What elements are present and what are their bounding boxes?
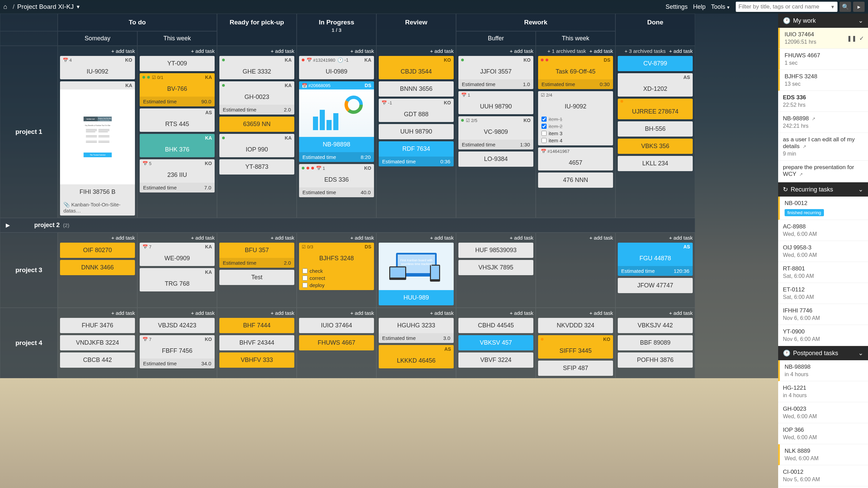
chevron-down-icon[interactable]: ⌄ [858, 186, 863, 193]
add-task[interactable]: + add task [589, 235, 613, 241]
card[interactable]: LKLL 234 [618, 156, 693, 171]
card[interactable]: BBF 89089 [618, 335, 693, 350]
add-task[interactable]: + add task [350, 48, 374, 54]
panel-item[interactable]: HG-1221in 4 hours [778, 381, 868, 402]
checklist-item[interactable] [541, 124, 547, 129]
card[interactable]: ☑ 0/1KABV-766Estimated time90.0 [140, 73, 215, 106]
card[interactable]: UUH 98790 [379, 124, 454, 139]
card[interactable]: ☑ 2/5KOVC-9809Estimated time1:30 [458, 116, 533, 149]
card[interactable]: KOCBJD 3544 [379, 56, 454, 79]
card[interactable]: 📅 1UUH 98790 [458, 91, 533, 114]
panel-item[interactable]: OIJ 9958-3Wed, 6:00 AM [778, 241, 868, 262]
card[interactable]: LO-9384 [458, 151, 533, 167]
card[interactable]: DNNK 3466 [60, 260, 135, 275]
card[interactable]: 📅 #13241980🕐 -1KAUI-0989 [299, 56, 374, 79]
card[interactable]: CBHD 44545 [458, 318, 533, 333]
add-task[interactable]: + add task [271, 310, 294, 316]
add-task[interactable]: + add task [350, 310, 374, 316]
card[interactable]: DSTask 69-Off-45Estimated time0:30 [538, 56, 613, 89]
add-task[interactable]: + add task [430, 48, 454, 54]
card[interactable]: KABHK 376 [140, 134, 215, 157]
card[interactable]: JFOW 47747 [618, 278, 693, 293]
card[interactable]: ☑ 2/4IU-9092item 1item 2item 3item 4 [538, 91, 613, 145]
card[interactable]: HUF 98539093 [458, 243, 533, 258]
card[interactable]: SFIP 487 [538, 361, 613, 376]
card[interactable]: VNDJKFB 3224 [60, 335, 135, 350]
panel-item[interactable]: BJHFS 324813 sec [778, 70, 868, 91]
panel-item[interactable]: IFHHI 7746Nov 6, 6:00 AM [778, 304, 868, 325]
checklist-item[interactable] [541, 138, 547, 143]
card[interactable]: 📅 7KOFBFF 7456Estimated time34.0 [140, 335, 215, 368]
add-task[interactable]: + add task [191, 310, 215, 316]
checklist-item[interactable] [541, 131, 547, 136]
add-task[interactable]: + add task [510, 235, 533, 241]
card[interactable]: KAkanban toolKanban Tool On-SiteSecurity… [60, 81, 135, 216]
archived-link[interactable]: + 3 archived tasks [625, 48, 666, 54]
card[interactable]: YT-009 [140, 56, 215, 71]
card[interactable]: ASFGU 44878Estimated time120:36 [618, 243, 693, 276]
card[interactable]: ☑ 0/3DSBJHFS 3248checkcorrectdeploy [299, 243, 374, 290]
card[interactable]: KOSIFFF 3445 [538, 335, 613, 359]
tools-link[interactable]: Tools▼ [711, 3, 730, 11]
panel-item[interactable]: FHUWS 46671 sec [778, 49, 868, 70]
card[interactable]: ASRTS 445 [140, 108, 215, 132]
card[interactable]: RDF 7634Estimated time0:36 [379, 141, 454, 166]
add-task[interactable]: + add task [669, 310, 693, 316]
card[interactable]: BNNN 3656 [379, 81, 454, 97]
card[interactable]: 63659 NN [219, 117, 294, 132]
card[interactable]: FHUF 3476 [60, 318, 135, 333]
card[interactable]: HGUHG 3233Estimated time3.0 [379, 318, 454, 343]
card[interactable]: 📅 7KAWE-0909 [140, 243, 215, 266]
add-task[interactable]: + add task [191, 235, 215, 241]
card[interactable]: BHF 7444 [219, 318, 294, 333]
panel-item[interactable]: NLK 8889Wed, 6:00 AM [778, 444, 868, 465]
card[interactable]: 476 NNN [538, 172, 613, 188]
card[interactable]: VHSJK 7895 [458, 260, 533, 275]
add-task[interactable]: + add task [510, 48, 533, 54]
card-attachment[interactable]: 📎 Kanban-Tool-On-Site-datas… [60, 200, 135, 216]
panel-item[interactable]: CI-0012Nov 5, 6:00 AM [778, 465, 868, 486]
add-task[interactable]: + add task [271, 235, 294, 241]
card[interactable]: POFHH 3876 [618, 352, 693, 368]
card[interactable]: 📅 5KO236 IIUEstimated time7.0 [140, 159, 215, 192]
card[interactable]: 📅 4KOIU-9092 [60, 56, 135, 79]
card[interactable]: KAIOP 990 [219, 134, 294, 157]
checklist-item[interactable] [541, 117, 547, 122]
card[interactable]: BHVF 24344 [219, 335, 294, 350]
card[interactable]: 📅 #20668095DSNB-98898Estimated time8:20 [299, 81, 374, 162]
card[interactable]: ASXD-1202 [618, 73, 693, 97]
panel-item[interactable]: ET-0112Sat, 6:00 AM [778, 283, 868, 304]
card[interactable]: CBCB 442 [60, 352, 135, 368]
panel-item[interactable]: GH-0023Wed, 6:00 AM [778, 402, 868, 423]
card[interactable]: 📅 -1KOGDT 888 [379, 99, 454, 122]
card[interactable]: VBHFV 333 [219, 352, 294, 368]
home-icon[interactable]: ⌂ [3, 3, 7, 11]
card[interactable]: KATRG 768 [140, 268, 215, 291]
add-task[interactable]: + add task [430, 235, 454, 241]
card[interactable]: NKVDDD 324 [538, 318, 613, 333]
panel-item[interactable]: prepare the presentation for WCY ↗ [778, 161, 868, 182]
card[interactable]: CV-8799 [618, 56, 693, 71]
search-button[interactable]: 🔍 [840, 2, 851, 12]
panel-item[interactable]: IUIO 3746412096:51 hrs❚❚✓ [778, 28, 868, 49]
card[interactable]: 📅 1KOEDS 336Estimated time40.0 [299, 164, 374, 197]
pause-icon[interactable]: ❚❚ [847, 35, 856, 42]
add-task[interactable]: + add task [669, 235, 693, 241]
panel-item[interactable]: NB-98898in 4 hours [778, 360, 868, 381]
card[interactable]: ASLKKKD 46456 [379, 345, 454, 368]
help-link[interactable]: Help [693, 3, 706, 11]
card[interactable]: First Kanban board withseamless time tra… [379, 243, 454, 305]
panel-item[interactable]: EDS 33622:52 hrs [778, 91, 868, 112]
panel-item[interactable]: IOP 366Wed, 6:00 AM [778, 423, 868, 444]
panel-item[interactable]: NB-0012finished recurring [778, 197, 868, 220]
card[interactable]: BH-556 [618, 121, 693, 137]
panel-item[interactable]: VVUI 9083053Nov 6, 6:00 AM [778, 486, 868, 488]
chevron-down-icon[interactable]: ⌄ [858, 17, 863, 24]
card[interactable]: VBVF 3224 [458, 352, 533, 368]
card[interactable]: Test [219, 270, 294, 285]
archived-link[interactable]: + 1 archived task [548, 48, 586, 54]
card[interactable]: KAGHE 3332 [219, 56, 294, 79]
card[interactable]: UJRREE 278674 [618, 99, 693, 119]
add-task[interactable]: + add task [271, 48, 294, 54]
card[interactable]: IUIO 37464 [299, 318, 374, 333]
